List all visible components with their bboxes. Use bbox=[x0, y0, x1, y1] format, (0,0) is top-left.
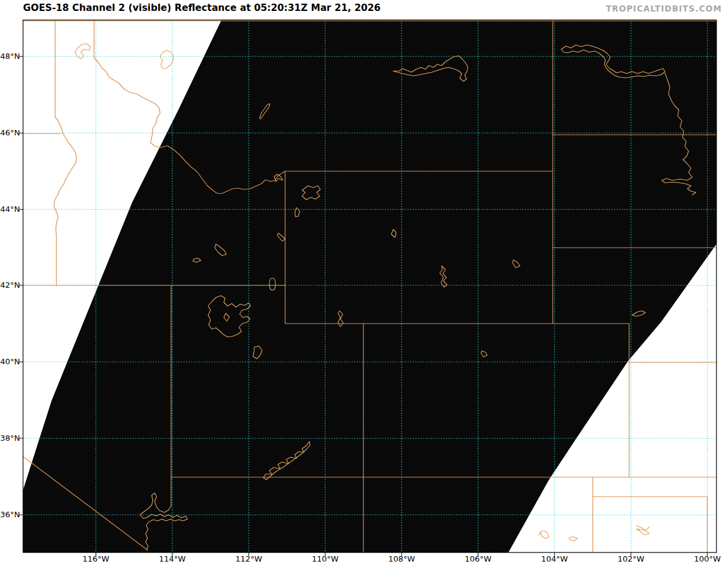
lat-tick-label: 38°N bbox=[0, 434, 20, 443]
lon-tick-label: 102°W bbox=[613, 555, 649, 563]
lon-tick-label: 106°W bbox=[460, 555, 496, 563]
lon-tick-label: 114°W bbox=[154, 555, 190, 563]
lon-tick-label: 112°W bbox=[231, 555, 267, 563]
lon-tick-label: 108°W bbox=[383, 555, 420, 563]
lon-tick-label: 116°W bbox=[78, 555, 114, 563]
lat-tick-label: 48°N bbox=[0, 52, 20, 61]
map-canvas bbox=[0, 0, 728, 564]
lon-tick-label: 110°W bbox=[307, 555, 343, 563]
lat-tick-label: 40°N bbox=[0, 358, 20, 366]
lon-tick-label: 104°W bbox=[536, 555, 573, 563]
lat-tick-label: 46°N bbox=[0, 129, 20, 137]
lat-tick-label: 42°N bbox=[0, 281, 20, 290]
satellite-map-view: GOES-18 Channel 2 (visible) Reflectance … bbox=[0, 0, 728, 564]
lat-tick-label: 44°N bbox=[0, 205, 20, 214]
lat-tick-label: 36°N bbox=[0, 511, 20, 519]
lon-tick-label: 100°W bbox=[689, 555, 726, 563]
